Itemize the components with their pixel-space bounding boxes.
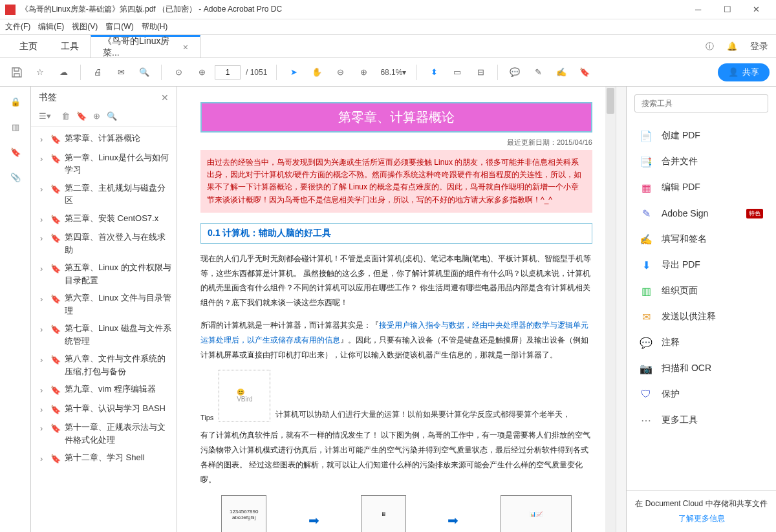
tool-item[interactable]: ✉发送以供注释 xyxy=(627,304,776,330)
bookmark-delete-icon[interactable]: 🗑 xyxy=(61,111,70,121)
bookmarks-title: 书签 xyxy=(39,92,57,103)
prev-page-icon[interactable]: ⊙ xyxy=(168,62,189,83)
tool-item[interactable]: ✍填写和签名 xyxy=(627,226,776,252)
share-button[interactable]: 👤 共享 xyxy=(718,63,770,81)
lock-icon[interactable]: 🔒 xyxy=(10,97,21,107)
hand-icon[interactable]: ✋ xyxy=(307,62,327,83)
star-icon[interactable]: ☆ xyxy=(30,62,50,83)
bookmark-item[interactable]: ›🔖第三章、安装 CentOS7.x xyxy=(31,209,177,229)
bookmark-glyph-icon: 🔖 xyxy=(50,422,61,435)
flow-diagram: 1234567890 abcdefghij资料 ➡ 🖥计算机 ➡ 📊📈有效资讯 xyxy=(200,495,592,532)
bookmarks-options-icon[interactable]: ☰▾ xyxy=(39,111,51,121)
document-viewer: 第零章、计算器概论 最近更新日期：2015/04/16 由过去的经验当中，鸟哥发… xyxy=(177,87,616,532)
tool-label: Adobe Sign xyxy=(662,208,708,218)
zoom-level[interactable]: 68.1% ▾ xyxy=(380,68,406,77)
tips-text: 计算机可以协助人们进行大量的运算！以前如果要计算化学反应式都得要算个老半天， xyxy=(275,408,570,422)
bookmark-new-icon[interactable]: 🔖 xyxy=(76,111,87,121)
pointer-icon[interactable]: ➤ xyxy=(283,62,304,83)
tool-item[interactable]: ▦编辑 PDF xyxy=(627,175,776,200)
tool-item[interactable]: ⬇导出 PDF xyxy=(627,252,776,278)
bookmark-glyph-icon: 🔖 xyxy=(50,452,61,465)
help-icon[interactable]: ⓘ xyxy=(706,41,714,52)
bookmark-item[interactable]: ›🔖第零章、计算器概论 xyxy=(31,129,177,149)
minimize-button[interactable]: ─ xyxy=(684,1,713,19)
bookmark-item[interactable]: ›🔖第四章、首次登入与在线求助 xyxy=(31,228,177,259)
email-icon[interactable]: ✉ xyxy=(111,62,131,83)
bookmark-label: 第零章、计算器概论 xyxy=(65,132,171,145)
tool-icon: ⋯ xyxy=(640,414,652,427)
comment-icon[interactable]: 💬 xyxy=(504,62,525,83)
bookmark-item[interactable]: ›🔖第十一章、正规表示法与文件格式化处理 xyxy=(31,418,177,449)
pdf-page[interactable]: 第零章、计算器概论 最近更新日期：2015/04/16 由过去的经验当中，鸟哥发… xyxy=(177,87,616,532)
viewer-right-scrollbar[interactable] xyxy=(616,87,626,532)
tool-label: 扫描和 OCR xyxy=(662,363,711,374)
tool-item[interactable]: 📷扫描和 OCR xyxy=(627,356,776,381)
viewer-scrollbar[interactable] xyxy=(605,87,616,532)
bookmark-item[interactable]: ›🔖第八章、文件与文件系统的压缩,打包与备份 xyxy=(31,350,177,380)
menu-file[interactable]: 文件(F) xyxy=(5,21,30,32)
bookmark-item[interactable]: ›🔖第五章、Linux 的文件权限与目录配置 xyxy=(31,259,177,289)
notifications-icon[interactable]: 🔔 xyxy=(727,41,737,51)
menu-edit[interactable]: 编辑(E) xyxy=(38,21,64,32)
bookmark-item[interactable]: ›🔖第六章、Linux 文件与目录管理 xyxy=(31,289,177,319)
bookmark-item[interactable]: ›🔖第十二章、学习 Shell xyxy=(31,449,177,468)
bookmarks-panel: 书签 ✕ ☰▾ 🗑 🔖 ⊕ 🔍 ›🔖第零章、计算器概论›🔖第一章、Linux是什… xyxy=(31,87,177,532)
tab-tools[interactable]: 工具 xyxy=(49,35,91,58)
print-icon[interactable]: 🖨 xyxy=(87,62,108,83)
bookmark-label: 第十二章、学习 Shell xyxy=(65,451,171,464)
paragraph-3: 有了计算机仿真软件后，就有不一样的情况发生了！ 以下图为例，鸟哥的工作中，有一项… xyxy=(200,428,592,487)
tool-item[interactable]: ⋯更多工具 xyxy=(627,407,776,433)
tools-search-input[interactable] xyxy=(634,94,768,112)
section-heading: 0.1 计算机：辅助人脑的好工具 xyxy=(200,223,592,244)
bookmark-search-icon[interactable]: 🔍 xyxy=(107,111,117,121)
highlight-icon[interactable]: ✎ xyxy=(528,62,548,83)
bookmarks-icon[interactable]: 🔖 xyxy=(10,147,21,157)
tab-document-label: 《鸟哥的Linux房菜... xyxy=(103,36,178,59)
tool-label: 填写和签名 xyxy=(662,233,707,245)
maximize-button[interactable]: ☐ xyxy=(713,1,742,19)
tool-icon: 💬 xyxy=(640,336,652,349)
bookmark-item[interactable]: ›🔖第二章、主机规划与磁盘分区 xyxy=(31,179,177,209)
tool-item[interactable]: 🛡保护 xyxy=(627,381,776,407)
learn-more-link[interactable]: 了解更多信息 xyxy=(634,513,768,524)
bookmark-item[interactable]: ›🔖第一章、Linux是什么与如何学习 xyxy=(31,149,177,179)
tool-item[interactable]: 💬注释 xyxy=(627,330,776,356)
login-button[interactable]: 登录 xyxy=(750,41,768,52)
bookmark-item[interactable]: ›🔖第十章、认识与学习 BASH xyxy=(31,399,177,419)
tool-item[interactable]: ▥组织页面 xyxy=(627,278,776,304)
read-mode-icon[interactable]: ⊟ xyxy=(470,62,491,83)
page-down-icon[interactable]: ⊕ xyxy=(191,62,212,83)
bookmark-add-icon[interactable]: ⊕ xyxy=(93,111,100,121)
page-number-input[interactable] xyxy=(215,65,241,80)
acrobat-app-icon xyxy=(5,5,16,15)
stamp-icon[interactable]: 🔖 xyxy=(574,62,595,83)
bookmarks-close-icon[interactable]: ✕ xyxy=(161,92,169,103)
close-button[interactable]: ✕ xyxy=(742,1,771,19)
tool-item[interactable]: 📄创建 PDF xyxy=(627,123,776,149)
save-icon[interactable] xyxy=(6,62,27,83)
bookmark-item[interactable]: ›🔖第九章、vim 程序编辑器 xyxy=(31,380,177,399)
tab-document[interactable]: 《鸟哥的Linux房菜... × xyxy=(91,35,200,58)
tools-footer: 在 Document Cloud 中存储和共享文件 了解更多信息 xyxy=(627,490,776,532)
menu-window[interactable]: 窗口(W) xyxy=(105,21,133,32)
fit-page-icon[interactable]: ▭ xyxy=(447,62,468,83)
tool-item[interactable]: 📑合并文件 xyxy=(627,149,776,175)
menu-view[interactable]: 视图(V) xyxy=(72,21,98,32)
zoom-in-icon[interactable]: ⊕ xyxy=(353,62,374,83)
tool-icon: 📄 xyxy=(640,129,652,142)
menu-help[interactable]: 帮助(H) xyxy=(142,21,168,32)
tab-close-icon[interactable]: × xyxy=(183,42,188,52)
search-icon[interactable]: 🔍 xyxy=(134,62,155,83)
menu-bar: 文件(F) 编辑(E) 视图(V) 窗口(W) 帮助(H) xyxy=(0,19,776,35)
fit-width-icon[interactable]: ⬍ xyxy=(424,62,444,83)
cloud-upload-icon[interactable]: ☁ xyxy=(53,62,74,83)
window-title: 《鸟哥的Linux房菜-基础篇》第四版.pdf （已加密） - Adobe Ac… xyxy=(21,4,684,15)
tool-item[interactable]: ✎Adobe Sign特色 xyxy=(627,200,776,226)
bookmark-item[interactable]: ›🔖第七章、Linux 磁盘与文件系统管理 xyxy=(31,319,177,350)
tab-home[interactable]: 主页 xyxy=(8,35,49,58)
pages-thumbnails-icon[interactable]: ▥ xyxy=(12,122,19,132)
sign-icon[interactable]: ✍ xyxy=(551,62,572,83)
zoom-out-icon[interactable]: ⊖ xyxy=(330,62,350,83)
attachments-icon[interactable]: 📎 xyxy=(10,173,21,182)
chevron-right-icon: › xyxy=(40,452,47,465)
